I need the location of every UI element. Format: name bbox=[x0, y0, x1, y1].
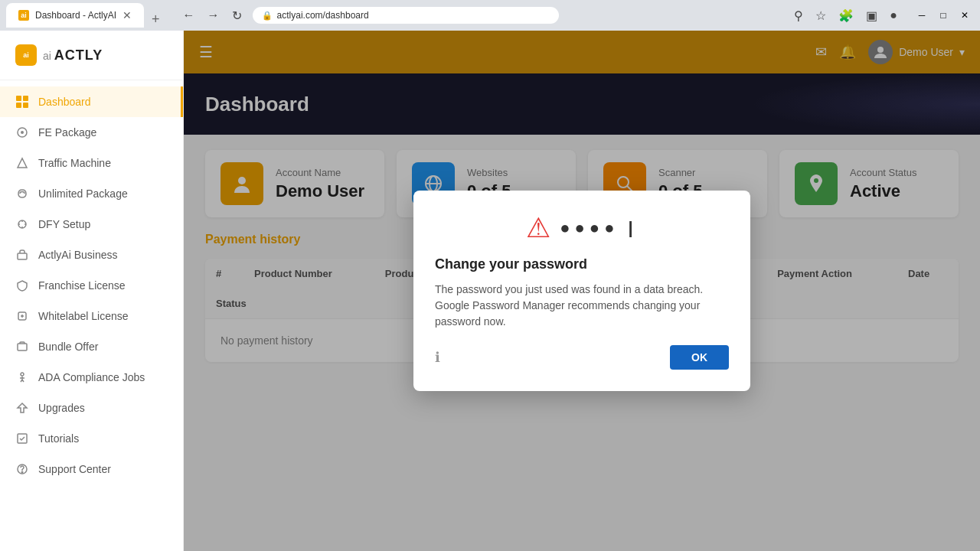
bundle-offer-icon bbox=[15, 340, 29, 354]
sidebar-item-label: FE Package bbox=[38, 126, 96, 139]
modal-overlay: ⚠ ●●●● | Change your password The passwo… bbox=[184, 31, 980, 551]
sidebar-nav: Dashboard FE Package Traffic Machine bbox=[0, 80, 183, 551]
sidebar-toggle-button[interactable]: ▣ bbox=[863, 5, 880, 26]
svg-point-5 bbox=[21, 131, 24, 134]
sidebar-item-fe-package[interactable]: FE Package bbox=[0, 117, 183, 148]
app: ai ai ACTLY Dashboard FE Package bbox=[0, 31, 980, 551]
modal-info-icon[interactable]: ℹ bbox=[435, 349, 440, 366]
sidebar-item-label: Unlimited Package bbox=[38, 187, 128, 200]
actlyai-business-icon bbox=[15, 248, 29, 262]
modal-icon-area: ⚠ ●●●● | bbox=[435, 212, 729, 244]
window-controls: ─ □ ✕ bbox=[913, 6, 974, 24]
browser-controls: ← → ↻ bbox=[178, 5, 247, 26]
svg-rect-11 bbox=[18, 253, 27, 259]
sidebar-item-label: ActlyAi Business bbox=[38, 249, 117, 261]
sidebar: ai ai ACTLY Dashboard FE Package bbox=[0, 31, 184, 551]
sidebar-item-label: Bundle Offer bbox=[38, 341, 98, 353]
modal-body: The password you just used was found in … bbox=[435, 282, 729, 330]
whitelabel-license-icon bbox=[15, 309, 29, 323]
sidebar-logo: ai ai ACTLY bbox=[0, 31, 183, 80]
forward-button[interactable]: → bbox=[203, 5, 224, 25]
sidebar-item-label: Dashboard bbox=[38, 96, 91, 108]
browser-chrome: ai Dashboard - ActlyAI ✕ + ← → ↻ 🔒 actly… bbox=[0, 0, 980, 31]
sidebar-item-tutorials[interactable]: Tutorials bbox=[0, 423, 183, 454]
svg-rect-3 bbox=[23, 103, 28, 108]
password-dots: ●●●● | bbox=[560, 218, 637, 238]
sidebar-item-franchise-license[interactable]: Franchise License bbox=[0, 270, 183, 301]
extensions-button[interactable]: 🧩 bbox=[835, 5, 857, 26]
sidebar-item-label: Tutorials bbox=[38, 432, 79, 445]
sidebar-item-ada-compliance-jobs[interactable]: ADA Compliance Jobs bbox=[0, 362, 183, 393]
tab-title: Dashboard - ActlyAI bbox=[35, 10, 116, 21]
sidebar-item-support-center[interactable]: Support Center bbox=[0, 454, 183, 484]
sidebar-item-label: Upgrades bbox=[38, 402, 85, 414]
dfy-setup-icon bbox=[15, 217, 29, 231]
sidebar-item-label: Franchise License bbox=[38, 279, 126, 292]
fe-package-icon bbox=[15, 126, 29, 139]
tab-bar: ai Dashboard - ActlyAI ✕ + bbox=[6, 3, 166, 28]
new-tab-button[interactable]: + bbox=[145, 11, 166, 28]
svg-rect-15 bbox=[18, 344, 27, 350]
modal-ok-button[interactable]: OK bbox=[670, 345, 729, 370]
sidebar-item-unlimited-package[interactable]: Unlimited Package bbox=[0, 178, 183, 209]
sidebar-item-label: ADA Compliance Jobs bbox=[38, 371, 145, 383]
minimize-button[interactable]: ─ bbox=[913, 6, 931, 24]
svg-rect-2 bbox=[16, 103, 21, 108]
sidebar-item-label: Traffic Machine bbox=[38, 157, 111, 169]
zoom-button[interactable]: ⚲ bbox=[791, 5, 806, 26]
svg-point-16 bbox=[21, 373, 24, 376]
sidebar-item-bundle-offer[interactable]: Bundle Offer bbox=[0, 331, 183, 362]
main-content: ☰ ✉ 🔔 Demo User ▾ Dashboard bbox=[184, 31, 980, 551]
svg-rect-1 bbox=[23, 96, 28, 101]
browser-actions: ⚲ ☆ 🧩 ▣ ● bbox=[791, 5, 900, 26]
change-password-modal: ⚠ ●●●● | Change your password The passwo… bbox=[413, 191, 750, 391]
sidebar-item-upgrades[interactable]: Upgrades bbox=[0, 393, 183, 423]
address-bar[interactable]: 🔒 actlyai.com/dashboard bbox=[253, 7, 559, 24]
sidebar-item-actlyai-business[interactable]: ActlyAi Business bbox=[0, 240, 183, 270]
warning-icon: ⚠ bbox=[526, 212, 550, 244]
sidebar-item-whitelabel-license[interactable]: Whitelabel License bbox=[0, 301, 183, 331]
sidebar-item-traffic-machine[interactable]: Traffic Machine bbox=[0, 148, 183, 178]
dashboard-icon bbox=[15, 95, 29, 109]
support-center-icon bbox=[15, 462, 29, 476]
logo-text: ai ACTLY bbox=[43, 47, 103, 64]
tab-close-icon[interactable]: ✕ bbox=[122, 9, 132, 21]
modal-footer: ℹ OK bbox=[435, 345, 729, 370]
url-text: actlyai.com/dashboard bbox=[277, 10, 369, 21]
back-button[interactable]: ← bbox=[178, 5, 200, 25]
logo-icon: ai bbox=[15, 44, 37, 66]
svg-point-19 bbox=[21, 471, 23, 473]
upgrades-icon bbox=[15, 401, 29, 415]
traffic-machine-icon bbox=[15, 156, 29, 170]
sidebar-item-label: Whitelabel License bbox=[38, 310, 129, 322]
close-window-button[interactable]: ✕ bbox=[956, 6, 974, 24]
franchise-license-icon bbox=[15, 279, 29, 292]
bookmark-button[interactable]: ☆ bbox=[812, 5, 829, 26]
lock-icon: 🔒 bbox=[262, 11, 273, 21]
tutorials-icon bbox=[15, 432, 29, 445]
refresh-button[interactable]: ↻ bbox=[227, 5, 247, 26]
tab-favicon: ai bbox=[18, 10, 29, 21]
svg-rect-0 bbox=[16, 96, 21, 101]
sidebar-item-dashboard[interactable]: Dashboard bbox=[0, 86, 183, 117]
active-tab[interactable]: ai Dashboard - ActlyAI ✕ bbox=[6, 3, 144, 28]
maximize-button[interactable]: □ bbox=[934, 6, 952, 24]
profile-button[interactable]: ● bbox=[887, 5, 900, 25]
modal-title: Change your password bbox=[435, 256, 729, 272]
sidebar-item-label: Support Center bbox=[38, 463, 111, 475]
sidebar-item-dfy-setup[interactable]: DFY Setup bbox=[0, 209, 183, 240]
sidebar-item-label: DFY Setup bbox=[38, 218, 90, 230]
unlimited-package-icon bbox=[15, 187, 29, 201]
ada-compliance-icon bbox=[15, 370, 29, 384]
